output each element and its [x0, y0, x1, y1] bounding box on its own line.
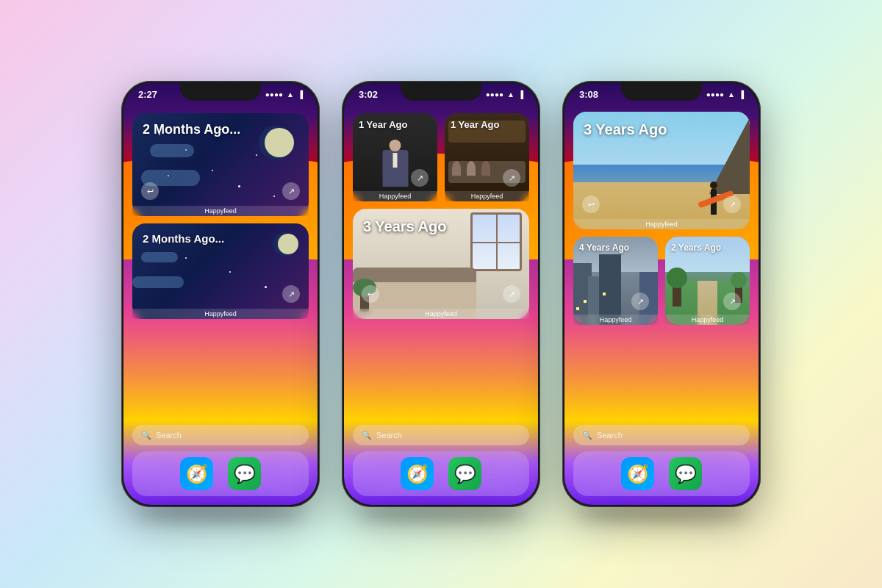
- phone-2-screen: 3:02 ●●●● ▲ ▐: [344, 83, 538, 505]
- phone-3-signal: ●●●●: [706, 90, 724, 98]
- person3: [481, 161, 490, 176]
- phone-3-dock-area: 🔍 Search 🧭 💬: [564, 425, 759, 505]
- phone-2-notch: [401, 83, 481, 101]
- phone-2-dock-area: 🔍 Search 🧭 💬: [344, 425, 538, 505]
- phone-3-small-2-title: 2 Years Ago: [671, 243, 721, 253]
- phone-1-widget-medium-title: 2 Months Ago...: [143, 232, 224, 245]
- phone-2-small-2-label: Happyfeed: [445, 191, 529, 201]
- phone-3-widget-small-2[interactable]: 2 Years Ago ↗ Happyfeed: [665, 237, 750, 325]
- phone-1-dock-area: 🔍 Search 🧭 💬: [123, 425, 318, 505]
- phone-2-search-text: Search: [376, 431, 402, 440]
- phone-3-small-1-title: 4 Years Ago: [579, 243, 629, 253]
- phone-3-reply-icon[interactable]: ↩: [582, 196, 600, 213]
- phone-3-notch: [621, 83, 702, 101]
- cloud-3: [141, 252, 178, 262]
- phone-2-small-1-title: 1 Year Ago: [359, 119, 407, 131]
- phone-2-share-icon[interactable]: ↗: [503, 285, 520, 303]
- phone-3-widget-large-title: 3 Years Ago: [584, 121, 667, 138]
- phone-1-notch: [180, 83, 261, 101]
- phone-3-small-2-label: Happyfeed: [665, 315, 750, 325]
- window3: [603, 293, 606, 295]
- phone-3-status-icons: ●●●● ▲ ▐: [706, 90, 744, 98]
- phone-2-widget-small-2[interactable]: 1 Year Ago ↗ Happyfeed: [445, 113, 529, 201]
- phone-2-small-2-share[interactable]: ↗: [503, 169, 520, 187]
- cloud-4: [132, 276, 184, 288]
- phone-3-search-text: Search: [597, 431, 623, 440]
- person2: [467, 161, 476, 176]
- phone-3-battery: ▐: [739, 90, 744, 98]
- phone-1-search-text: Search: [156, 431, 182, 440]
- phone-2-dock: 🧭 💬: [353, 451, 529, 496]
- phone-3: 3:08 ●●●● ▲ ▐: [562, 81, 761, 507]
- phone-2-time: 3:02: [359, 89, 378, 100]
- head: [390, 140, 401, 151]
- phone-2-small-2-title: 1 Year Ago: [451, 119, 499, 131]
- phone-1-signal: ●●●●: [265, 90, 283, 98]
- phone-2-messages-icon[interactable]: 💬: [448, 457, 481, 490]
- phone-1-widget-large-title: 2 Months Ago...: [143, 122, 240, 138]
- phone-1-search-bar[interactable]: 🔍 Search: [132, 425, 309, 445]
- suit-body: [382, 150, 408, 187]
- phone-3-widget-small-1[interactable]: 4 Years Ago ↗ Happyfeed: [573, 237, 658, 325]
- window-bar2: [496, 215, 498, 269]
- phone-1-safari-icon[interactable]: 🧭: [180, 457, 213, 490]
- phone-3-small-row: 4 Years Ago ↗ Happyfeed: [573, 237, 750, 325]
- phone-2-wifi: ▲: [507, 90, 514, 98]
- phone-2-small-1-label: Happyfeed: [353, 191, 437, 201]
- phone-2-battery: ▐: [518, 90, 523, 98]
- phone-1-widget-medium-label: Happyfeed: [132, 309, 309, 319]
- phone-3-search-bar[interactable]: 🔍 Search: [573, 425, 750, 445]
- phone-3-small-1-label: Happyfeed: [573, 315, 658, 325]
- phone-2-small-row: 1 Year Ago ↗ Happyfeed 1 Year Ago: [353, 113, 529, 201]
- phone-1-medium-share-icon[interactable]: ↗: [282, 285, 300, 303]
- person1: [452, 161, 461, 176]
- phone-1-search-icon: 🔍: [141, 431, 151, 440]
- phone-1-messages-icon[interactable]: 💬: [228, 457, 261, 490]
- phone-1-status-icons: ●●●● ▲ ▐: [265, 90, 303, 98]
- phone-1-widget-large[interactable]: 2 Months Ago... ↩ ↗ Happyfeed: [132, 113, 309, 216]
- phone-1: 2:27 ●●●● ▲ ▐: [121, 81, 320, 507]
- phone-3-messages-icon[interactable]: 💬: [669, 457, 702, 490]
- cloud-1: [150, 144, 194, 157]
- phone-3-screen: 3:08 ●●●● ▲ ▐: [564, 83, 759, 505]
- phone-1-share-icon[interactable]: ↗: [282, 182, 300, 200]
- phone-2-search-bar[interactable]: 🔍 Search: [353, 425, 529, 445]
- window1: [576, 307, 579, 310]
- phone-3-widget-large-label: Happyfeed: [573, 219, 750, 229]
- phone-2-small-1-share[interactable]: ↗: [411, 169, 429, 187]
- phone-1-dock: 🧭 💬: [132, 451, 309, 496]
- phone-2-status-icons: ●●●● ▲ ▐: [486, 90, 523, 98]
- phone-3-small-1-share[interactable]: ↗: [631, 293, 649, 310]
- phone-1-widget-medium[interactable]: 2 Months Ago... ↗ Happyfeed: [132, 223, 309, 319]
- window2: [584, 300, 587, 303]
- window: [470, 212, 522, 271]
- surfer: [711, 189, 717, 215]
- phone-1-screen: 2:27 ●●●● ▲ ▐: [123, 83, 318, 505]
- phone-3-dock: 🧭 💬: [573, 451, 750, 496]
- phone-3-search-icon: 🔍: [582, 431, 592, 440]
- phone-1-battery: ▐: [298, 90, 303, 98]
- shirt-tie: [393, 153, 398, 168]
- phone-1-time: 2:27: [138, 89, 157, 100]
- phone-3-small-2-share[interactable]: ↗: [723, 293, 741, 310]
- moon-2: [278, 234, 298, 254]
- phone-3-share-icon[interactable]: ↗: [723, 196, 741, 213]
- phone-2-signal: ●●●●: [486, 90, 503, 98]
- phone-3-time: 3:08: [579, 89, 598, 100]
- phone-2-widget-small-1[interactable]: 1 Year Ago ↗ Happyfeed: [353, 113, 437, 201]
- phone-2: 3:02 ●●●● ▲ ▐: [342, 81, 540, 507]
- phone-2-safari-icon[interactable]: 🧭: [401, 457, 434, 490]
- phone-2-widget-large-title: 3 Years Ago: [363, 218, 446, 235]
- moon: [265, 128, 294, 157]
- phone-2-search-icon: 🔍: [362, 431, 372, 440]
- phone-1-widget-large-label: Happyfeed: [132, 206, 309, 216]
- phone-3-safari-icon[interactable]: 🧭: [621, 457, 654, 490]
- phone-3-widget-large[interactable]: 3 Years Ago ↩ ↗ Happyfeed: [573, 112, 750, 229]
- phone-1-reply-icon[interactable]: ↩: [141, 182, 159, 200]
- phone-2-widget-large-label: Happyfeed: [353, 309, 529, 319]
- phone-2-widget-large[interactable]: 3 Years Ago ↩ ↗ Happyfeed: [353, 209, 529, 319]
- phone-1-wifi: ▲: [287, 90, 294, 98]
- tree-top1: [667, 268, 687, 288]
- phone-3-wifi: ▲: [728, 90, 735, 98]
- phone-2-reply-icon[interactable]: ↩: [362, 285, 379, 303]
